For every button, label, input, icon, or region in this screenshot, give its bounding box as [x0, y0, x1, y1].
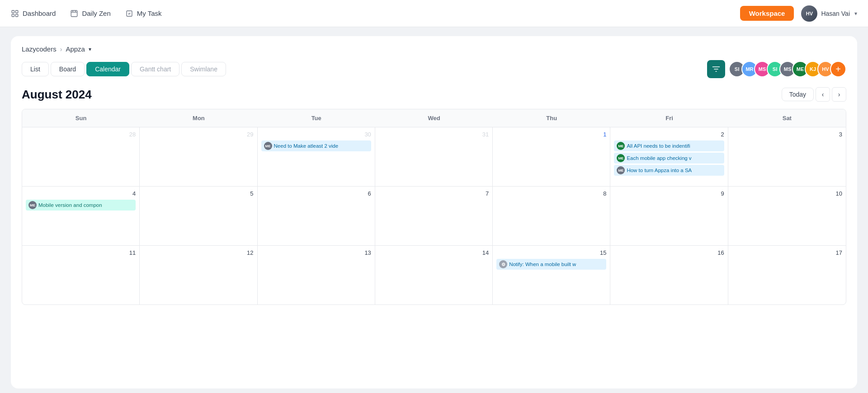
task-item[interactable]: ⚙ Notify: When a mobile built w [496, 259, 606, 270]
top-navigation: Dashboard Daily Zen My Task Workspace HV [0, 0, 868, 27]
nav-daily-zen-label: Daily Zen [82, 9, 110, 17]
day-thu: Thu [493, 109, 610, 127]
tab-list[interactable]: List [22, 62, 49, 76]
calendar-week-2: 4 ME Mobile version and compon 5 6 7 8 [22, 187, 846, 246]
date-4: 4 [26, 190, 136, 197]
cell-aug-15: 15 ⚙ Notify: When a mobile built w [493, 246, 610, 304]
cell-aug-2: 2 ME All API needs to be indentifi ME Ea… [610, 127, 728, 186]
calendar-grid: Sun Mon Tue Wed Thu Fri Sat 28 29 30 [22, 109, 846, 305]
nav-left: Dashboard Daily Zen My Task [11, 9, 161, 18]
cell-aug-11: 11 [22, 246, 140, 304]
tab-calendar[interactable]: Calendar [86, 62, 129, 76]
task-text: Notify: When a mobile built w [509, 262, 576, 267]
task-item[interactable]: ME Need to Make atleast 2 vide [261, 140, 371, 151]
breadcrumb-workspace[interactable]: Lazycoders [22, 45, 57, 53]
task-item[interactable]: ME How to turn Appza into a SA [614, 165, 724, 176]
calendar-days-header: Sun Mon Tue Wed Thu Fri Sat [22, 109, 846, 127]
nav-my-task-label: My Task [137, 9, 162, 17]
date-28: 28 [26, 131, 136, 138]
tab-board[interactable]: Board [51, 62, 85, 76]
task-text: Each mobile app checking v [627, 155, 691, 161]
cell-aug-5: 5 [140, 187, 257, 245]
breadcrumb-project-label: Appza [66, 45, 85, 53]
content-card: Lazycoders › Appza ▾ List Board Calendar… [11, 36, 857, 388]
task-text: Need to Make atleast 2 vide [274, 143, 339, 149]
date-9: 9 [614, 190, 724, 197]
tab-swimlane[interactable]: Swimlane [181, 62, 226, 76]
next-month-button[interactable]: › [832, 87, 846, 102]
project-dropdown-icon[interactable]: ▾ [89, 46, 91, 52]
task-avatar: ME [617, 154, 625, 162]
calendar-header: August 2024 Today ‹ › [22, 87, 846, 102]
breadcrumb: Lazycoders › Appza ▾ [22, 45, 846, 53]
calendar-week-3: 11 12 13 14 15 ⚙ Notify: When a mobile b… [22, 246, 846, 304]
nav-right: Workspace HV Hasan Vai ▾ [740, 5, 857, 22]
svg-rect-3 [16, 14, 18, 16]
day-sat: Sat [728, 109, 846, 127]
svg-rect-1 [16, 10, 18, 13]
date-15: 15 [496, 249, 606, 256]
day-fri: Fri [610, 109, 728, 127]
cell-aug-10: 10 [728, 187, 846, 245]
breadcrumb-separator: › [60, 46, 62, 53]
task-avatar: ME [264, 142, 272, 150]
user-dropdown-icon: ▾ [854, 10, 857, 17]
cell-aug-14: 14 [375, 246, 493, 304]
date-5: 5 [143, 190, 253, 197]
cell-aug-4: 4 ME Mobile version and compon [22, 187, 140, 245]
tabs-toolbar: SI MR MS SI MS ME [707, 60, 846, 78]
task-avatar: ⚙ [499, 260, 507, 268]
day-wed: Wed [375, 109, 493, 127]
day-tue: Tue [258, 109, 375, 127]
today-button[interactable]: Today [782, 88, 814, 101]
task-item[interactable]: ME All API needs to be indentifi [614, 140, 724, 151]
tabs-row: List Board Calendar Gantt chart Swimlane… [22, 60, 846, 78]
cell-aug-3: 3 [728, 127, 846, 186]
date-17: 17 [732, 249, 842, 256]
date-13: 13 [261, 249, 371, 256]
cell-jul-30: 30 ME Need to Make atleast 2 vide [258, 127, 375, 186]
date-11: 11 [26, 249, 136, 256]
date-31: 31 [379, 131, 489, 138]
svg-rect-0 [12, 10, 14, 13]
date-29: 29 [143, 131, 253, 138]
date-3: 3 [732, 131, 842, 138]
nav-daily-zen[interactable]: Daily Zen [70, 9, 110, 18]
main-content: Lazycoders › Appza ▾ List Board Calendar… [0, 27, 868, 393]
user-profile[interactable]: HV Hasan Vai ▾ [801, 5, 857, 22]
nav-dashboard-label: Dashboard [23, 9, 56, 17]
task-item[interactable]: ME Mobile version and compon [26, 200, 136, 211]
add-member-button[interactable]: + [830, 61, 846, 77]
calendar-month-title: August 2024 [22, 88, 92, 102]
workspace-button[interactable]: Workspace [740, 6, 794, 21]
tab-gantt[interactable]: Gantt chart [131, 62, 179, 76]
cell-jul-31: 31 [375, 127, 493, 186]
date-14: 14 [379, 249, 489, 256]
svg-rect-2 [12, 14, 14, 16]
prev-month-button[interactable]: ‹ [816, 87, 830, 102]
calendar-nav: Today ‹ › [782, 87, 846, 102]
nav-my-task[interactable]: My Task [125, 9, 162, 18]
cell-aug-1: 1 [493, 127, 610, 186]
date-8: 8 [496, 190, 606, 197]
breadcrumb-project[interactable]: Appza ▾ [66, 45, 91, 53]
cell-aug-7: 7 [375, 187, 493, 245]
nav-dashboard[interactable]: Dashboard [11, 9, 56, 18]
calendar-week-1: 28 29 30 ME Need to Make atleast 2 vide … [22, 127, 846, 187]
date-6: 6 [261, 190, 371, 197]
date-30: 30 [261, 131, 371, 138]
task-avatar: ME [28, 201, 37, 209]
date-16: 16 [614, 249, 724, 256]
day-mon: Mon [140, 109, 257, 127]
filter-button[interactable] [707, 60, 725, 78]
cell-aug-8: 8 [493, 187, 610, 245]
cell-aug-12: 12 [140, 246, 257, 304]
task-avatar: ME [617, 142, 625, 150]
task-item[interactable]: ME Each mobile app checking v [614, 153, 724, 164]
cell-aug-13: 13 [258, 246, 375, 304]
task-text: All API needs to be indentifi [627, 143, 690, 149]
date-2: 2 [614, 131, 724, 138]
cell-jul-28: 28 [22, 127, 140, 186]
cell-aug-17: 17 [728, 246, 846, 304]
avatar: HV [801, 5, 817, 22]
